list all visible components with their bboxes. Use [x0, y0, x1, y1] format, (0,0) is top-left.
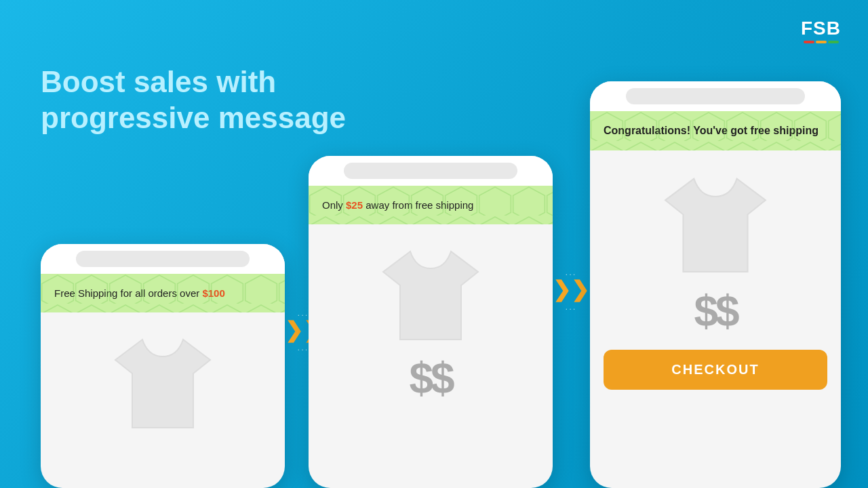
headline: Boost sales with progressive message — [41, 64, 346, 136]
logo-bar — [804, 41, 839, 43]
phone1-banner-amount: $100 — [202, 287, 224, 299]
phone3-tshirt-icon — [651, 164, 780, 279]
phone2-price-container: $$ — [309, 353, 553, 410]
phone1-banner-text-before: Free Shipping for all orders over — [54, 287, 202, 299]
phone-mockup-1: Free Shipping for all orders over $100 — [41, 244, 285, 488]
headline-line1: Boost sales with — [41, 65, 276, 98]
headline-text: Boost sales with progressive message — [41, 64, 346, 136]
phone3-topbar — [590, 81, 841, 111]
phone2-price: $$ — [409, 353, 452, 403]
arrow2-dots-top: ... — [566, 267, 577, 277]
phone1-urlbar — [76, 251, 250, 267]
arrow1-dots-bottom: ... — [298, 342, 309, 352]
phone2-banner: Only $25 away from free shipping — [309, 186, 553, 224]
phone3-price-container: $$ — [590, 286, 841, 343]
checkout-button[interactable]: CHECKOUT — [604, 350, 827, 390]
phone1-topbar — [41, 244, 285, 274]
phone2-banner-text-before: Only — [322, 199, 346, 211]
logo-bar-green — [828, 41, 839, 43]
arrow2-chevron: ❯❯ — [553, 279, 589, 300]
phone2-banner-amount: $25 — [346, 199, 363, 211]
phone3-urlbar — [626, 88, 805, 104]
logo-bar-red — [804, 41, 814, 43]
phone3-banner-text: Congratulations! You've got free shippin… — [604, 125, 818, 136]
phone2-tshirt-icon — [370, 238, 492, 346]
phone3-price: $$ — [694, 286, 736, 336]
phone-mockup-2: Only $25 away from free shipping $$ — [309, 156, 553, 488]
logo-bar-orange — [816, 41, 827, 43]
phone1-tshirt-icon — [102, 326, 224, 434]
phone2-banner-text-after: away from free shipping — [363, 199, 473, 211]
phone3-tshirt-container — [590, 150, 841, 286]
phone2-urlbar — [344, 163, 517, 179]
arrow-group-2: ... ❯❯ ... — [553, 267, 589, 312]
headline-line2: progressive message — [41, 101, 346, 134]
phone-mockup-3: Congratulations! You've got free shippin… — [590, 81, 841, 488]
phone1-tshirt-container — [41, 312, 285, 441]
fsb-logo: FSB — [801, 19, 841, 43]
phone2-tshirt-container — [309, 224, 553, 353]
phone3-banner: Congratulations! You've got free shippin… — [590, 111, 841, 150]
phone1-banner: Free Shipping for all orders over $100 — [41, 274, 285, 312]
arrow2-dots-bottom: ... — [566, 302, 577, 312]
logo-text: FSB — [801, 19, 841, 38]
arrow1-dots-top: ... — [298, 308, 309, 318]
phone2-topbar — [309, 156, 553, 186]
